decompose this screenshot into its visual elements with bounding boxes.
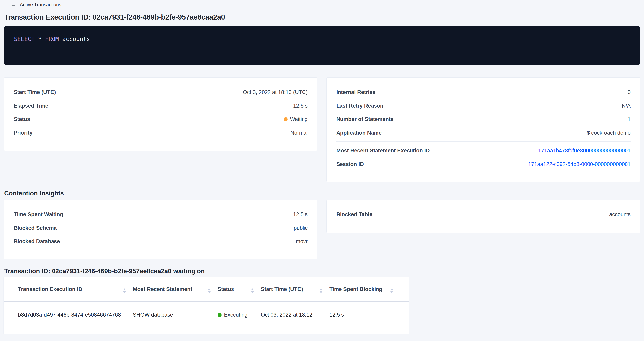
row-label: Status	[14, 116, 30, 122]
sort-icon[interactable]	[208, 288, 210, 293]
row-start-time-utc: Start Time (UTC) Oct 3, 2022 at 18:13 (U…	[14, 85, 308, 99]
sort-down-icon	[251, 291, 254, 293]
sql-table-name: accounts	[62, 35, 90, 42]
row-value: 1	[628, 116, 631, 122]
status-badge: Waiting	[284, 116, 308, 122]
waiting-on-heading: Transaction ID: 02ca7931-f246-469b-b2fe-…	[4, 268, 640, 275]
row-value: N/A	[622, 103, 631, 109]
column-header-label[interactable]: Time Spent Blocking	[329, 286, 382, 295]
page-title: Transaction Execution ID: 02ca7931-f246-…	[4, 13, 640, 21]
row-label: Priority	[14, 130, 32, 136]
sort-icon[interactable]	[390, 288, 393, 293]
back-arrow-icon[interactable]: ←	[10, 1, 16, 7]
session-id-link[interactable]: 171aa122-c092-54b8-0000-000000000001	[528, 161, 631, 167]
sort-down-icon	[320, 291, 322, 293]
status-label: Waiting	[290, 116, 308, 122]
transaction-details-page: ← Active Transactions Transaction Execut…	[0, 0, 644, 341]
column-header-label[interactable]: Transaction Execution ID	[18, 286, 82, 295]
statement-details-card: Internal Retries 0 Last Retry Reason N/A…	[326, 77, 640, 182]
row-blocked-database: Blocked Database movr	[14, 235, 308, 248]
row-label: Internal Retries	[336, 89, 376, 95]
breadcrumb[interactable]: ← Active Transactions	[0, 0, 61, 7]
row-last-retry-reason: Last Retry Reason N/A	[336, 99, 631, 112]
status-label: Executing	[224, 312, 248, 318]
row-value: 0	[628, 89, 631, 95]
row-label: Application Name	[336, 130, 382, 136]
row-value: Oct 3, 2022 at 18:13 (UTC)	[243, 89, 308, 95]
row-application-name: Application Name $ cockroach demo	[336, 126, 631, 139]
contention-details-card: Time Spent Waiting 12.5 s Blocked Schema…	[4, 200, 318, 259]
column-header-most-recent-statement[interactable]: Most Recent Statement	[133, 286, 218, 295]
sort-up-icon	[390, 288, 393, 290]
sort-icon[interactable]	[251, 288, 254, 293]
row-value: Normal	[290, 130, 308, 136]
status-waiting-dot-icon	[284, 117, 288, 121]
row-value: public	[294, 225, 308, 231]
row-priority: Priority Normal	[14, 126, 308, 139]
row-label: Start Time (UTC)	[14, 89, 56, 95]
column-header-label[interactable]: Start Time (UTC)	[261, 286, 303, 295]
row-label: Blocked Table	[336, 211, 372, 218]
card-divider	[336, 141, 631, 142]
row-time-spent-waiting: Time Spent Waiting 12.5 s	[14, 208, 308, 221]
contention-insights-heading: Contention Insights	[4, 190, 640, 197]
sort-up-icon	[208, 288, 210, 290]
row-number-of-statements: Number of Statements 1	[336, 112, 631, 126]
row-value: 12.5 s	[293, 103, 308, 109]
column-header-transaction-execution-id[interactable]: Transaction Execution ID	[18, 286, 133, 295]
row-internal-retries: Internal Retries 0	[336, 85, 631, 99]
row-status: Status Waiting	[14, 112, 308, 126]
breadcrumb-label[interactable]: Active Transactions	[20, 2, 61, 7]
column-header-start-time[interactable]: Start Time (UTC)	[261, 286, 329, 295]
row-label: Session ID	[336, 161, 364, 167]
row-label: Number of Statements	[336, 116, 394, 122]
sql-keyword-select: SELECT	[14, 35, 35, 42]
overview-card: Start Time (UTC) Oct 3, 2022 at 18:13 (U…	[4, 77, 318, 151]
row-label: Blocked Database	[14, 239, 60, 245]
column-header-label[interactable]: Status	[218, 286, 234, 295]
sql-star: *	[38, 35, 42, 42]
cell-most-recent-statement: SHOW database	[133, 312, 218, 318]
status-executing-dot-icon	[218, 313, 222, 317]
table-row: b8d7d03a-d497-446b-8474-e50846674768 SHO…	[4, 302, 409, 329]
waiting-transactions-table: Transaction Execution ID Most Recent Sta…	[4, 277, 409, 334]
cell-status: Executing	[218, 312, 261, 318]
column-header-status[interactable]: Status	[218, 286, 261, 295]
cell-start-time: Oct 03, 2022 at 18:12	[261, 312, 329, 318]
sort-up-icon	[123, 288, 126, 290]
contention-cards-row: Time Spent Waiting 12.5 s Blocked Schema…	[4, 200, 640, 259]
row-value: $ cockroach demo	[587, 130, 631, 136]
sort-up-icon	[251, 288, 254, 290]
cell-time-spent-blocking: 12.5 s	[329, 312, 400, 318]
row-label: Time Spent Waiting	[14, 211, 63, 218]
sort-up-icon	[320, 288, 322, 290]
row-label: Elapsed Time	[14, 103, 48, 109]
row-value: accounts	[609, 211, 631, 218]
cell-transaction-execution-id: b8d7d03a-d497-446b-8474-e50846674768	[18, 312, 133, 318]
statement-execution-id-link[interactable]: 171aa1b478fdf0e80000000000000001	[538, 148, 631, 154]
overview-cards-row: Start Time (UTC) Oct 3, 2022 at 18:13 (U…	[4, 77, 640, 182]
row-blocked-table: Blocked Table accounts	[336, 208, 631, 221]
sort-down-icon	[390, 291, 393, 293]
row-most-recent-statement-execution-id: Most Recent Statement Execution ID 171aa…	[336, 144, 631, 157]
row-blocked-schema: Blocked Schema public	[14, 221, 308, 235]
sql-keyword-from: FROM	[45, 35, 59, 42]
column-header-label[interactable]: Most Recent Statement	[133, 286, 192, 295]
sort-down-icon	[208, 291, 210, 293]
table-header-row: Transaction Execution ID Most Recent Sta…	[4, 277, 409, 302]
sort-icon[interactable]	[320, 288, 322, 293]
row-elapsed-time: Elapsed Time 12.5 s	[14, 99, 308, 112]
row-session-id: Session ID 171aa122-c092-54b8-0000-00000…	[336, 157, 631, 171]
row-label: Most Recent Statement Execution ID	[336, 148, 430, 154]
sort-down-icon	[123, 291, 126, 293]
column-header-time-spent-blocking[interactable]: Time Spent Blocking	[329, 286, 400, 295]
row-value: 12.5 s	[293, 211, 308, 218]
sql-statement-box: SELECT*FROMaccounts	[4, 26, 640, 65]
blocked-table-card: Blocked Table accounts	[326, 200, 640, 233]
row-label: Last Retry Reason	[336, 103, 384, 109]
row-value: movr	[296, 239, 308, 245]
sort-icon[interactable]	[123, 288, 126, 293]
row-label: Blocked Schema	[14, 225, 57, 231]
